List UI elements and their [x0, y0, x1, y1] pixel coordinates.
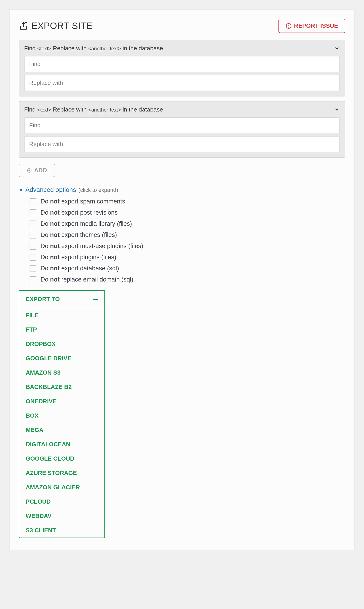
report-issue-label: REPORT ISSUE	[294, 22, 338, 29]
find-input-1[interactable]	[24, 56, 340, 72]
export-destination-item[interactable]: DROPBOX	[19, 337, 104, 351]
advanced-options-toggle[interactable]: ▼ Advanced options (click to expand)	[19, 186, 345, 193]
plus-circle-icon	[27, 168, 32, 173]
page-title: EXPORT SITE	[19, 21, 92, 31]
advanced-option-row[interactable]: Do not replace email domain (sql)	[30, 276, 345, 283]
advanced-options-hint: (click to expand)	[78, 187, 118, 193]
panel-header: EXPORT SITE REPORT ISSUE	[19, 19, 345, 33]
minus-icon	[93, 299, 98, 300]
advanced-option-checkbox[interactable]	[30, 243, 36, 250]
replace-input-1[interactable]	[24, 75, 340, 91]
svg-point-2	[289, 27, 289, 27]
export-destination-item[interactable]: FILE	[19, 308, 104, 322]
triangle-down-icon: ▼	[19, 188, 23, 193]
report-issue-button[interactable]: REPORT ISSUE	[278, 19, 345, 33]
advanced-option-checkbox[interactable]	[30, 198, 36, 205]
export-destination-item[interactable]: DIGITALOCEAN	[19, 437, 104, 451]
advanced-option-checkbox[interactable]	[30, 232, 36, 238]
advanced-option-row[interactable]: Do not export media library (files)	[30, 220, 345, 227]
export-destination-item[interactable]: S3 CLIENT	[19, 523, 104, 538]
add-button[interactable]: ADD	[19, 164, 55, 177]
alert-icon	[286, 23, 292, 29]
export-destination-item[interactable]: GOOGLE DRIVE	[19, 351, 104, 366]
export-destination-item[interactable]: MEGA	[19, 423, 104, 437]
advanced-options-label: Advanced options	[26, 186, 76, 193]
advanced-option-row[interactable]: Do not export must-use plugins (files)	[30, 243, 345, 250]
advanced-option-row[interactable]: Do not export themes (files)	[30, 231, 345, 238]
advanced-option-checkbox[interactable]	[30, 276, 36, 283]
chevron-down-icon[interactable]	[334, 45, 340, 51]
advanced-option-label: Do not replace email domain (sql)	[40, 276, 133, 283]
find-replace-header-1: Find <text> Replace with <another-text> …	[24, 45, 340, 52]
export-to-menu: EXPORT TO FILEFTPDROPBOXGOOGLE DRIVEAMAZ…	[19, 290, 105, 538]
export-destination-item[interactable]: AMAZON GLACIER	[19, 480, 104, 494]
find-replace-header-2: Find <text> Replace with <another-text> …	[24, 106, 340, 113]
export-destination-item[interactable]: BOX	[19, 409, 104, 423]
advanced-option-label: Do not export media library (files)	[40, 220, 132, 227]
export-to-label: EXPORT TO	[26, 296, 60, 303]
find-replace-box-1: Find <text> Replace with <another-text> …	[19, 40, 345, 96]
advanced-option-label: Do not export database (sql)	[40, 265, 119, 272]
chevron-down-icon[interactable]	[334, 106, 340, 112]
advanced-option-checkbox[interactable]	[30, 254, 36, 261]
advanced-option-checkbox[interactable]	[30, 221, 36, 227]
advanced-option-label: Do not export plugins (files)	[40, 254, 116, 261]
page-title-text: EXPORT SITE	[31, 21, 92, 31]
export-destination-item[interactable]: AZURE STORAGE	[19, 466, 104, 480]
advanced-option-row[interactable]: Do not export plugins (files)	[30, 254, 345, 261]
advanced-options-list: Do not export spam commentsDo not export…	[19, 198, 345, 283]
export-destination-item[interactable]: ONEDRIVE	[19, 394, 104, 409]
advanced-option-row[interactable]: Do not export post revisions	[30, 209, 345, 216]
advanced-option-label: Do not export post revisions	[40, 209, 118, 216]
find-replace-box-2: Find <text> Replace with <another-text> …	[19, 101, 345, 158]
replace-input-2[interactable]	[24, 136, 340, 152]
advanced-option-checkbox[interactable]	[30, 265, 36, 272]
export-to-header[interactable]: EXPORT TO	[19, 291, 104, 308]
advanced-option-row[interactable]: Do not export database (sql)	[30, 265, 345, 272]
advanced-option-label: Do not export themes (files)	[40, 231, 117, 238]
export-destination-item[interactable]: GOOGLE CLOUD	[19, 451, 104, 466]
advanced-option-label: Do not export spam comments	[40, 198, 125, 205]
add-button-label: ADD	[34, 167, 47, 174]
export-icon	[19, 21, 28, 31]
advanced-option-checkbox[interactable]	[30, 209, 36, 216]
advanced-option-row[interactable]: Do not export spam comments	[30, 198, 345, 205]
export-destination-item[interactable]: BACKBLAZE B2	[19, 380, 104, 394]
export-destination-item[interactable]: AMAZON S3	[19, 366, 104, 380]
export-destination-item[interactable]: PCLOUD	[19, 494, 104, 509]
export-destination-item[interactable]: FTP	[19, 322, 104, 337]
find-input-2[interactable]	[24, 117, 340, 133]
export-destination-item[interactable]: WEBDAV	[19, 509, 104, 523]
export-site-panel: EXPORT SITE REPORT ISSUE Find <text> Rep…	[9, 9, 355, 550]
advanced-option-label: Do not export must-use plugins (files)	[40, 243, 143, 250]
